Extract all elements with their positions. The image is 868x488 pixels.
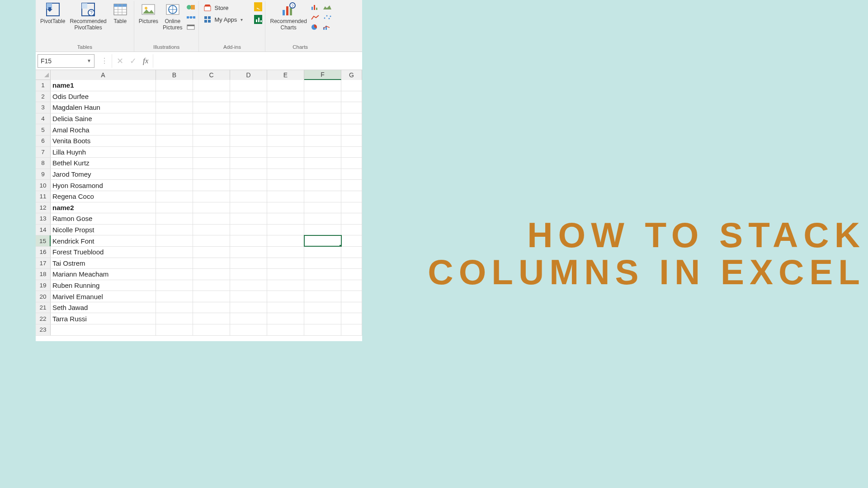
row-header[interactable]: 5 bbox=[36, 124, 51, 135]
cell-D3[interactable] bbox=[230, 102, 267, 113]
cell-C20[interactable] bbox=[193, 291, 230, 302]
cell-F4[interactable] bbox=[304, 113, 341, 124]
cell-C11[interactable] bbox=[193, 191, 230, 202]
cell-G9[interactable] bbox=[341, 169, 362, 180]
cell-E8[interactable] bbox=[267, 158, 304, 169]
cell-G20[interactable] bbox=[341, 291, 362, 302]
row-header[interactable]: 11 bbox=[36, 191, 51, 202]
cell-D20[interactable] bbox=[230, 291, 267, 302]
recommended-pivottables-button[interactable]: ? Recommended PivotTables bbox=[68, 1, 108, 32]
cell-E12[interactable] bbox=[267, 202, 304, 213]
cell-G13[interactable] bbox=[341, 213, 362, 224]
cell-B22[interactable] bbox=[156, 313, 193, 324]
cell-E18[interactable] bbox=[267, 269, 304, 280]
cell-G19[interactable] bbox=[341, 280, 362, 291]
cell-A1[interactable]: name1 bbox=[51, 80, 156, 91]
cell-C2[interactable] bbox=[193, 91, 230, 102]
row-header[interactable]: 6 bbox=[36, 136, 51, 146]
cell-E1[interactable] bbox=[267, 80, 304, 91]
cell-C8[interactable] bbox=[193, 158, 230, 169]
cell-E10[interactable] bbox=[267, 180, 304, 191]
cell-B23[interactable] bbox=[156, 324, 193, 335]
cell-C12[interactable] bbox=[193, 202, 230, 213]
cell-C10[interactable] bbox=[193, 180, 230, 191]
cell-A15[interactable]: Kendrick Font bbox=[51, 235, 156, 246]
cell-F23[interactable] bbox=[304, 324, 341, 335]
cell-F6[interactable] bbox=[304, 136, 341, 146]
row-header[interactable]: 16 bbox=[36, 247, 51, 258]
cell-F8[interactable] bbox=[304, 158, 341, 169]
column-header-D[interactable]: D bbox=[230, 70, 267, 80]
cell-F19[interactable] bbox=[304, 280, 341, 291]
cell-D23[interactable] bbox=[230, 324, 267, 335]
row-header[interactable]: 17 bbox=[36, 258, 51, 269]
cell-F17[interactable] bbox=[304, 258, 341, 269]
cell-C19[interactable] bbox=[193, 280, 230, 291]
cell-F10[interactable] bbox=[304, 180, 341, 191]
cell-G15[interactable] bbox=[341, 235, 362, 246]
cell-E3[interactable] bbox=[267, 102, 304, 113]
cell-A13[interactable]: Ramon Gose bbox=[51, 213, 156, 224]
column-chart-button[interactable] bbox=[311, 4, 321, 11]
cell-G1[interactable] bbox=[341, 80, 362, 91]
cell-C4[interactable] bbox=[193, 113, 230, 124]
cell-B1[interactable] bbox=[156, 80, 193, 91]
cancel-formula-button[interactable]: ✕ bbox=[117, 56, 123, 66]
row-header[interactable]: 12 bbox=[36, 202, 51, 213]
cell-B20[interactable] bbox=[156, 291, 193, 302]
cell-A10[interactable]: Hyon Rosamond bbox=[51, 180, 156, 191]
smartart-button[interactable] bbox=[186, 14, 196, 21]
cell-A5[interactable]: Amal Rocha bbox=[51, 124, 156, 135]
area-chart-button[interactable] bbox=[322, 4, 332, 11]
cell-D17[interactable] bbox=[230, 258, 267, 269]
cell-F18[interactable] bbox=[304, 269, 341, 280]
row-header[interactable]: 10 bbox=[36, 180, 51, 191]
cell-E15[interactable] bbox=[267, 235, 304, 246]
cell-F11[interactable] bbox=[304, 191, 341, 202]
cell-D13[interactable] bbox=[230, 213, 267, 224]
cell-F22[interactable] bbox=[304, 313, 341, 324]
combo-chart-button[interactable] bbox=[322, 23, 332, 31]
row-header[interactable]: 23 bbox=[36, 324, 51, 335]
cell-D4[interactable] bbox=[230, 113, 267, 124]
row-header[interactable]: 19 bbox=[36, 280, 51, 291]
cell-C1[interactable] bbox=[193, 80, 230, 91]
row-header[interactable]: 8 bbox=[36, 158, 51, 169]
cell-F15[interactable] bbox=[304, 235, 341, 246]
cell-A20[interactable]: Marivel Emanuel bbox=[51, 291, 156, 302]
row-header[interactable]: 13 bbox=[36, 213, 51, 224]
cell-F1[interactable] bbox=[304, 80, 341, 91]
cell-B12[interactable] bbox=[156, 202, 193, 213]
cell-D12[interactable] bbox=[230, 202, 267, 213]
cell-D18[interactable] bbox=[230, 269, 267, 280]
myapps-button[interactable]: My Apps ▾ bbox=[202, 14, 245, 24]
cell-B9[interactable] bbox=[156, 169, 193, 180]
cell-A3[interactable]: Magdalen Haun bbox=[51, 102, 156, 113]
cell-A9[interactable]: Jarod Tomey bbox=[51, 169, 156, 180]
cell-G7[interactable] bbox=[341, 147, 362, 158]
cell-D19[interactable] bbox=[230, 280, 267, 291]
cell-E17[interactable] bbox=[267, 258, 304, 269]
row-header[interactable]: 1 bbox=[36, 80, 51, 91]
cell-A18[interactable]: Mariann Meacham bbox=[51, 269, 156, 280]
cell-E7[interactable] bbox=[267, 147, 304, 158]
store-button[interactable]: Store bbox=[202, 3, 230, 13]
cell-G21[interactable] bbox=[341, 302, 362, 313]
cell-F2[interactable] bbox=[304, 91, 341, 102]
cell-C15[interactable] bbox=[193, 235, 230, 246]
cell-G11[interactable] bbox=[341, 191, 362, 202]
cell-E20[interactable] bbox=[267, 291, 304, 302]
cell-A14[interactable]: Nicolle Propst bbox=[51, 225, 156, 235]
cell-D16[interactable] bbox=[230, 247, 267, 258]
name-box[interactable]: F15 ▼ bbox=[38, 54, 94, 68]
row-header[interactable]: 2 bbox=[36, 91, 51, 102]
row-header[interactable]: 9 bbox=[36, 169, 51, 180]
cell-C3[interactable] bbox=[193, 102, 230, 113]
cell-B4[interactable] bbox=[156, 113, 193, 124]
cell-F9[interactable] bbox=[304, 169, 341, 180]
cell-B16[interactable] bbox=[156, 247, 193, 258]
row-header[interactable]: 3 bbox=[36, 102, 51, 113]
cell-D22[interactable] bbox=[230, 313, 267, 324]
cell-C13[interactable] bbox=[193, 213, 230, 224]
cell-D2[interactable] bbox=[230, 91, 267, 102]
